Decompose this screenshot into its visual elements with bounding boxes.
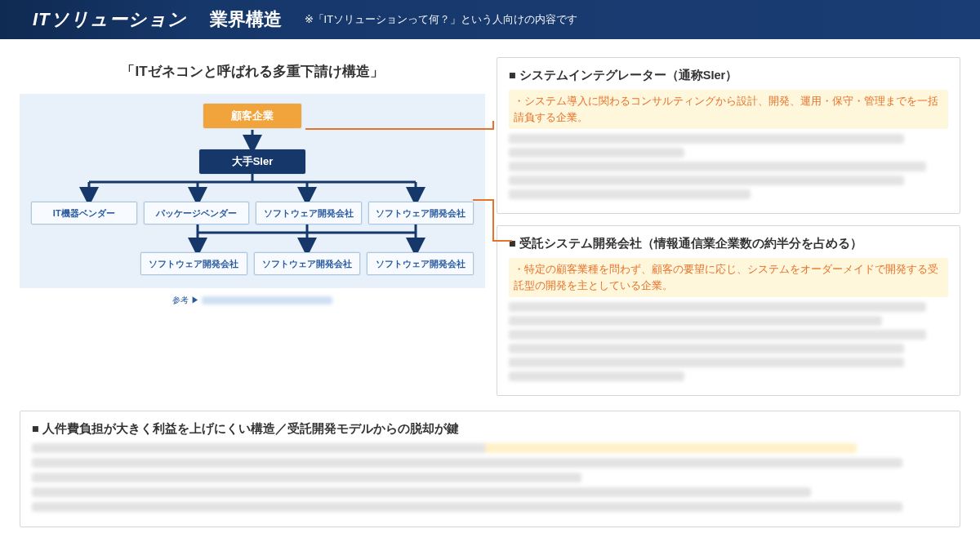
diagram-reference: 参考 ▶ bbox=[20, 295, 485, 306]
node-tier3-2: ソフトウェア開発会社 bbox=[367, 252, 474, 275]
header-note: ※「ITソリューションって何？」という人向けの内容です bbox=[305, 12, 578, 27]
node-customer: 顧客企業 bbox=[203, 104, 301, 128]
blurred-text bbox=[32, 443, 857, 453]
blurred-text bbox=[509, 371, 684, 381]
node-tier3-0: ソフトウェア開発会社 bbox=[140, 252, 247, 275]
page-header: ITソリューション 業界構造 ※「ITソリューションって何？」という人向けの内容… bbox=[0, 0, 980, 39]
node-tier2-1: パッケージベンダー bbox=[144, 202, 250, 224]
content-grid: 「ITゼネコンと呼ばれる多重下請け構造」 顧客企業 大手SIer bbox=[0, 39, 980, 535]
card-sier-highlight-text: システム導入に関わるコンサルティングから設計、開発、運用・保守・管理までを一括請… bbox=[514, 96, 938, 123]
blurred-text bbox=[509, 302, 926, 312]
blurred-text bbox=[32, 502, 902, 512]
node-tier2-2: ソフトウェア開発会社 bbox=[256, 202, 362, 224]
blurred-text bbox=[509, 162, 926, 171]
blurred-text bbox=[509, 134, 904, 144]
header-category: ITソリューション bbox=[33, 7, 187, 32]
diagram-canvas: 顧客企業 大手SIer IT機器ベンダー パ bbox=[20, 94, 485, 288]
blurred-text bbox=[32, 458, 902, 468]
blurred-text bbox=[509, 344, 904, 353]
tier2-row: IT機器ベンダー パッケージベンダー ソフトウェア開発会社 ソフトウェア開発会社 bbox=[26, 202, 479, 224]
blurred-text bbox=[509, 358, 904, 367]
branch-tier3-icon bbox=[32, 224, 473, 252]
tier3-row: ソフトウェア開発会社 ソフトウェア開発会社 ソフトウェア開発会社 bbox=[26, 252, 479, 275]
card-contract-highlight-text: 特定の顧客業種を問わず、顧客の要望に応じ、システムをオーダーメイドで開発する受託… bbox=[514, 264, 938, 291]
blurred-text bbox=[32, 487, 811, 497]
blurred-text bbox=[509, 316, 882, 326]
node-tier3-1: ソフトウェア開発会社 bbox=[254, 252, 361, 275]
diagram-panel: 「ITゼネコンと呼ばれる多重下請け構造」 顧客企業 大手SIer bbox=[20, 57, 485, 396]
arrow-down-icon bbox=[240, 128, 265, 149]
card-sier-highlight: システム導入に関わるコンサルティングから設計、開発、運用・保守・管理までを一括請… bbox=[509, 90, 948, 129]
card-sier: ■ システムインテグレーター（通称SIer） システム導入に関わるコンサルティン… bbox=[497, 57, 960, 214]
blurred-text bbox=[32, 473, 581, 482]
branch-tier2-icon bbox=[32, 174, 473, 202]
card-sier-title: ■ システムインテグレーター（通称SIer） bbox=[509, 68, 948, 83]
blurred-text bbox=[509, 176, 904, 185]
card-contract-dev: ■ 受託システム開発会社（情報通信業企業数の約半分を占める） 特定の顧客業種を問… bbox=[497, 225, 960, 396]
node-tier2-3: ソフトウェア開発会社 bbox=[368, 202, 474, 224]
node-tier2-0: IT機器ベンダー bbox=[31, 202, 137, 224]
blurred-text bbox=[509, 189, 751, 199]
card-contract-title: ■ 受託システム開発会社（情報通信業企業数の約半分を占める） bbox=[509, 236, 948, 251]
header-section: 業界構造 bbox=[210, 7, 282, 32]
blurred-text bbox=[509, 148, 684, 158]
card-bottom: ■ 人件費負担が大きく利益を上げにくい構造／受託開発モデルからの脱却が鍵 bbox=[20, 411, 960, 527]
card-bottom-title: ■ 人件費負担が大きく利益を上げにくい構造／受託開発モデルからの脱却が鍵 bbox=[32, 421, 948, 437]
reference-label: 参考 ▶ bbox=[172, 295, 199, 304]
node-tier1: 大手SIer bbox=[199, 149, 305, 174]
card-contract-highlight: 特定の顧客業種を問わず、顧客の要望に応じ、システムをオーダーメイドで開発する受託… bbox=[509, 258, 948, 297]
reference-blurred bbox=[202, 296, 332, 304]
right-column: ■ システムインテグレーター（通称SIer） システム導入に関わるコンサルティン… bbox=[497, 57, 960, 396]
diagram-title: 「ITゼネコンと呼ばれる多重下請け構造」 bbox=[20, 62, 485, 81]
blurred-text bbox=[509, 330, 926, 340]
